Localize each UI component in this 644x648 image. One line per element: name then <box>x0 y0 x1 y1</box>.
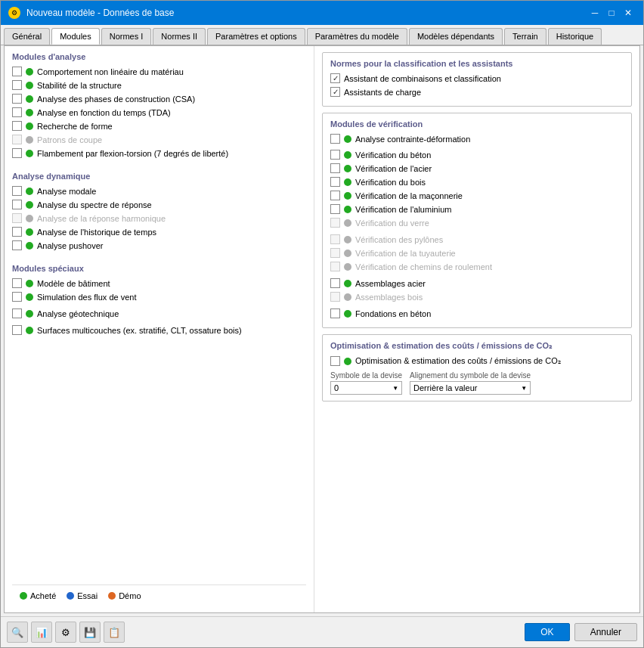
tab-terrain[interactable]: Terrain <box>504 28 546 45</box>
checkbox-surfaces[interactable] <box>12 325 22 335</box>
checkbox-vent[interactable] <box>12 292 22 302</box>
list-item: Analyse contrainte-déformation <box>330 133 624 144</box>
checkbox-batiment[interactable] <box>12 278 22 288</box>
label-batiment: Modèle de bâtiment <box>37 279 110 288</box>
dot-gray <box>344 250 351 257</box>
save-icon-btn[interactable]: 💾 <box>79 622 101 643</box>
tab-modules[interactable]: Modules <box>51 28 100 45</box>
checkbox-forme[interactable] <box>12 121 22 131</box>
label-maconnerie: Vérification de la maçonnerie <box>355 191 463 200</box>
legend-blue-dot <box>67 592 74 600</box>
checkbox-aluminium[interactable] <box>330 204 340 214</box>
checkbox-stabilite[interactable] <box>12 80 22 90</box>
list-item: Analyse géotechnique <box>12 308 306 319</box>
checkbox-flambement[interactable] <box>12 148 22 158</box>
legend-green-dot <box>20 592 27 600</box>
verification-box: Modules de vérification Analyse contrain… <box>322 113 632 328</box>
legend-orange-dot <box>108 592 116 600</box>
list-item: Assistant de combinaisons et classificat… <box>330 73 624 84</box>
optimisation-box: Optimisation & estimation des coûts / ém… <box>322 334 632 402</box>
checkbox-comportement[interactable] <box>12 67 22 76</box>
main-window: ⚙ Nouveau modèle - Données de base ─ □ ✕… <box>0 0 644 648</box>
checkbox-csa[interactable] <box>12 94 22 104</box>
checkbox-fondations[interactable] <box>330 308 340 318</box>
label-surfaces: Surfaces multicouches (ex. stratifié, CL… <box>37 326 242 335</box>
legend-achete: Acheté <box>20 591 56 600</box>
list-item: Vérification de la tuyauterie <box>330 247 624 259</box>
checkbox-contrainte[interactable] <box>330 134 340 144</box>
checkbox-pushover[interactable] <box>12 240 22 250</box>
footer: 🔍 📊 ⚙ 💾 📋 OK Annuler <box>1 616 643 647</box>
list-item: Analyse modale <box>12 185 306 197</box>
dot-green <box>344 206 351 213</box>
tab-normes2[interactable]: Normes II <box>153 28 206 45</box>
table-icon-btn[interactable]: 📊 <box>31 622 52 643</box>
checkbox-modale[interactable] <box>12 186 22 196</box>
checkbox-assemblages-acier[interactable] <box>330 278 340 288</box>
list-item: Assistants de charge <box>330 86 624 98</box>
checkbox-harmonique <box>12 213 22 223</box>
cancel-button[interactable]: Annuler <box>574 623 637 641</box>
checkbox-spectre[interactable] <box>12 200 22 209</box>
checkbox-tda[interactable] <box>12 107 22 117</box>
search-icon-btn[interactable]: 🔍 <box>7 622 28 643</box>
list-item: Vérification des pylônes <box>330 234 624 245</box>
settings-icon-btn[interactable]: ⚙ <box>55 622 76 643</box>
alignement-value: Derrière la valeur <box>413 383 477 392</box>
devise-select[interactable]: 0 ▼ <box>330 381 402 395</box>
dot-gray <box>26 136 33 144</box>
checkbox-maconnerie[interactable] <box>330 191 340 200</box>
alignement-select[interactable]: Derrière la valeur ▼ <box>410 381 531 395</box>
list-item: Analyse de la réponse harmonique <box>12 212 306 224</box>
tab-modeles-dependants[interactable]: Modèles dépendants <box>409 28 503 45</box>
label-chemins: Vérification de chemins de roulement <box>355 262 492 271</box>
dot-green <box>26 122 33 130</box>
list-item: Assemblages bois <box>330 291 624 302</box>
label-fondations: Fondations en béton <box>355 309 431 318</box>
label-optimisation: Optimisation & estimation des coûts / ém… <box>355 356 561 366</box>
list-item: Analyse pushover <box>12 240 306 251</box>
list-item: Analyse de l'historique de temps <box>12 226 306 237</box>
maximize-button[interactable]: □ <box>604 5 619 20</box>
list-item: Patrons de coupe <box>12 134 306 145</box>
devise-label: Symbole de la devise <box>330 371 402 380</box>
dot-green <box>26 201 33 209</box>
optimisation-title: Optimisation & estimation des coûts / ém… <box>330 341 624 351</box>
label-assistants-charge: Assistants de charge <box>344 88 421 97</box>
ok-button[interactable]: OK <box>525 623 569 641</box>
app-icon: ⚙ <box>8 7 20 19</box>
tab-general[interactable]: Général <box>4 28 50 45</box>
checkbox-beton[interactable] <box>330 150 340 160</box>
tab-normes1[interactable]: Normes I <box>101 28 152 45</box>
tab-parametres-options[interactable]: Paramètres et options <box>207 28 305 45</box>
label-pushover: Analyse pushover <box>37 241 103 250</box>
dot-gray <box>26 215 33 222</box>
tab-historique[interactable]: Historique <box>548 28 602 45</box>
tab-parametres-modele[interactable]: Paramètres du modèle <box>307 28 407 45</box>
dot-green <box>344 280 351 287</box>
close-button[interactable]: ✕ <box>621 5 636 20</box>
checkbox-historique[interactable] <box>12 227 22 237</box>
dot-gray <box>344 236 351 243</box>
checkbox-assistants-charge[interactable] <box>330 87 340 97</box>
alignement-chevron: ▼ <box>521 385 527 392</box>
list-item: Comportement non linéaire du matériau <box>12 66 306 77</box>
dot-green <box>26 310 33 318</box>
checkbox-verre <box>330 218 340 228</box>
label-assemblages-acier: Assemblages acier <box>355 279 426 288</box>
list-item: Analyse en fonction du temps (TDA) <box>12 107 306 118</box>
minimize-button[interactable]: ─ <box>587 5 602 20</box>
modules-analyse-title: Modules d'analyse <box>12 52 306 61</box>
list-item: Vérification de la maçonnerie <box>330 190 624 201</box>
list-item: Vérification de chemins de roulement <box>330 261 624 272</box>
export-icon-btn[interactable]: 📋 <box>104 622 125 643</box>
label-aluminium: Vérification de l'aluminium <box>355 205 451 214</box>
alignement-label: Alignement du symbole de la devise <box>410 371 531 380</box>
normes-title: Normes pour la classification et les ass… <box>330 59 624 68</box>
checkbox-acier[interactable] <box>330 163 340 173</box>
checkbox-bois[interactable] <box>330 177 340 187</box>
checkbox-geotechnique[interactable] <box>12 308 22 318</box>
checkbox-optimisation[interactable] <box>330 356 340 366</box>
list-item: Assemblages acier <box>330 277 624 289</box>
checkbox-combinaisons[interactable] <box>330 73 340 83</box>
